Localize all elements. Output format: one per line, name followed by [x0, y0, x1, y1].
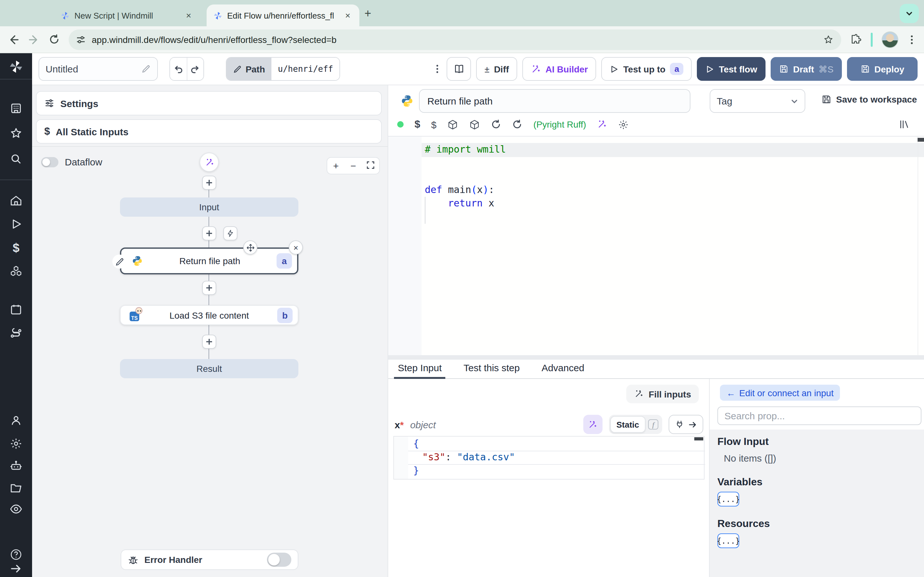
- sidebar-item-favorites[interactable]: [0, 127, 32, 140]
- sidebar-divider: [0, 79, 32, 79]
- sidebar-item-workers[interactable]: [0, 460, 32, 472]
- connect-input-button[interactable]: [669, 415, 703, 434]
- windmill-logo[interactable]: [0, 59, 32, 74]
- resources-button[interactable]: $: [431, 119, 437, 130]
- step-node-b[interactable]: TS Load S3 file content b: [120, 305, 298, 325]
- tab-search-button[interactable]: [900, 4, 919, 23]
- draft-button[interactable]: Draft ⌘S: [771, 57, 842, 81]
- test-flow-button[interactable]: Test flow: [697, 57, 766, 81]
- deploy-button[interactable]: Deploy: [847, 57, 918, 81]
- browser-tab-new-script[interactable]: New Script | Windmill ×: [54, 5, 200, 26]
- flow-settings-button[interactable]: Settings: [36, 91, 382, 115]
- flow-name-input[interactable]: Untitled: [39, 57, 158, 81]
- add-step-button[interactable]: [202, 281, 216, 295]
- browser-menu-icon[interactable]: [907, 34, 916, 45]
- add-step-button[interactable]: [202, 226, 216, 240]
- address-bar[interactable]: app.windmill.dev/flows/edit/u/henri/effo…: [69, 29, 841, 50]
- ai-fill-button[interactable]: [583, 415, 602, 434]
- sidebar-item-runs[interactable]: [0, 218, 32, 230]
- step-node-a[interactable]: Return file path a ×: [120, 247, 298, 274]
- sidebar-item-audit[interactable]: [0, 503, 32, 516]
- redo-button[interactable]: [187, 58, 204, 80]
- input-node[interactable]: Input: [120, 197, 298, 217]
- pencil-icon[interactable]: [142, 64, 151, 74]
- sidebar-item-settings[interactable]: [0, 437, 32, 450]
- delete-step-icon[interactable]: ×: [289, 240, 303, 255]
- add-step-button[interactable]: [202, 176, 216, 190]
- panel-resize-handle[interactable]: [388, 355, 924, 359]
- browser-tab-edit-flow[interactable]: Edit Flow u/henri/effortless_fl ×: [207, 5, 359, 26]
- json-scrollbar-thumb[interactable]: [694, 437, 703, 440]
- error-handler-row[interactable]: Error Handler: [121, 550, 298, 570]
- reload-icon[interactable]: [491, 119, 501, 129]
- all-static-inputs-button[interactable]: $ All Static Inputs: [36, 119, 382, 143]
- avatar[interactable]: [882, 31, 898, 48]
- sidebar-item-routes[interactable]: [0, 327, 32, 340]
- sidebar-item-schedules[interactable]: [0, 303, 32, 316]
- wand-icon[interactable]: [597, 119, 607, 129]
- save-to-workspace-button[interactable]: Save to workspace: [821, 94, 917, 105]
- static-mode-button[interactable]: Static: [610, 416, 646, 433]
- extensions-icon[interactable]: [850, 34, 862, 45]
- sidebar-item-home[interactable]: [0, 194, 32, 207]
- sidebar-item-help[interactable]: [0, 548, 32, 561]
- ai-builder-button[interactable]: AI Builder: [522, 57, 596, 81]
- back-icon[interactable]: [8, 34, 19, 45]
- add-trigger-button[interactable]: [223, 226, 237, 240]
- site-settings-icon[interactable]: [76, 35, 86, 44]
- chevron-down-icon: [905, 10, 913, 17]
- sidebar-item-users[interactable]: [0, 414, 32, 427]
- package-icon[interactable]: [447, 119, 459, 130]
- sidebar-item-folders[interactable]: [0, 482, 32, 494]
- javascript-mode-button[interactable]: f: [648, 419, 658, 430]
- code-editor[interactable]: # import wmill def main(x): return x: [388, 137, 924, 355]
- path-button[interactable]: Path u/henri/eff: [226, 57, 340, 81]
- variables-expand-button[interactable]: {...}: [717, 492, 739, 506]
- sidebar-item-workspace[interactable]: [0, 102, 32, 115]
- undo-button[interactable]: [170, 58, 187, 80]
- fill-inputs-button[interactable]: Fill inputs: [626, 385, 699, 403]
- test-up-to-button[interactable]: Test up to a: [602, 57, 692, 81]
- forward-icon[interactable]: [28, 34, 40, 45]
- add-step-button[interactable]: [202, 335, 216, 349]
- more-options-button[interactable]: [433, 57, 441, 81]
- tab-step-input[interactable]: Step Input: [398, 362, 442, 378]
- step-name-input[interactable]: Return file path: [419, 89, 690, 113]
- json-input-editor[interactable]: { "s3": "data.csv" }: [393, 436, 704, 480]
- zoom-out-button[interactable]: −: [344, 160, 362, 171]
- folder-icon: [10, 482, 23, 494]
- editor-scrollbar-thumb[interactable]: [918, 138, 924, 142]
- result-node[interactable]: Result: [120, 359, 298, 378]
- search-prop-input[interactable]: Search prop...: [717, 406, 921, 425]
- zoom-in-button[interactable]: +: [327, 160, 344, 171]
- edit-step-icon[interactable]: [112, 255, 126, 269]
- sidebar-collapse-arrow[interactable]: [0, 563, 32, 574]
- reload-icon[interactable]: [49, 34, 60, 45]
- variables-button[interactable]: $: [415, 119, 420, 130]
- ai-flow-button[interactable]: [200, 153, 219, 172]
- sidebar-item-resources[interactable]: [0, 265, 32, 277]
- docs-button[interactable]: [447, 57, 471, 81]
- tab-advanced[interactable]: Advanced: [541, 362, 584, 378]
- edit-or-connect-button[interactable]: ← Edit or connect an input: [720, 385, 840, 401]
- bookmark-star-icon[interactable]: [823, 34, 834, 45]
- library-icon[interactable]: [898, 119, 910, 130]
- reload-icon[interactable]: [512, 119, 523, 129]
- resources-expand-button[interactable]: {...}: [717, 533, 739, 548]
- error-handler-toggle[interactable]: [267, 553, 291, 567]
- fit-view-button[interactable]: [362, 160, 379, 171]
- move-step-icon[interactable]: [243, 240, 257, 255]
- tab-close-icon[interactable]: ×: [342, 10, 353, 21]
- gear-icon[interactable]: [618, 119, 629, 130]
- tab-test-this-step[interactable]: Test this step: [464, 362, 520, 378]
- sidebar-item-variables[interactable]: $: [0, 241, 32, 255]
- tag-select[interactable]: Tag: [710, 89, 805, 113]
- lint-status[interactable]: (Pyright Ruff): [533, 119, 586, 129]
- tab-close-icon[interactable]: ×: [184, 10, 194, 21]
- editor-gutter: [388, 137, 422, 355]
- diff-button[interactable]: ± Diff: [476, 57, 517, 81]
- sidebar-item-search[interactable]: [0, 153, 32, 165]
- new-tab-button[interactable]: +: [365, 8, 371, 19]
- package-icon[interactable]: [469, 119, 480, 130]
- dataflow-toggle[interactable]: [41, 157, 58, 167]
